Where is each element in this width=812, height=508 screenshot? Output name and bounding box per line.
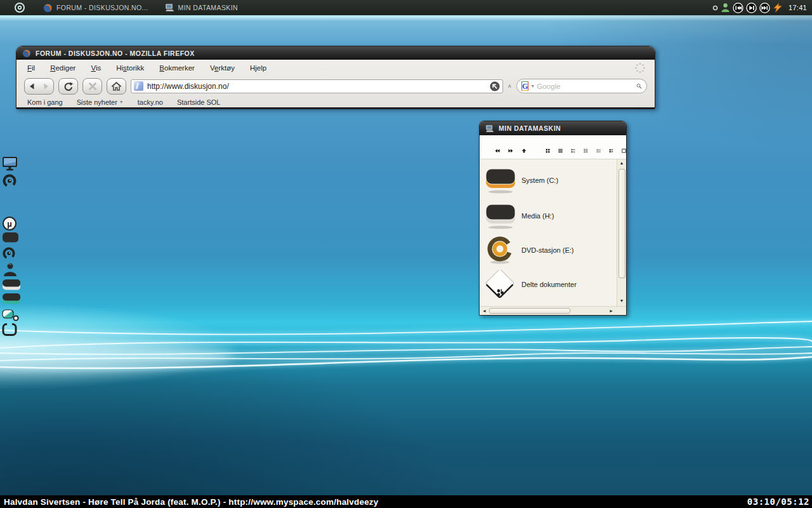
bookmark-tacky-no[interactable]: tacky.no [138, 98, 163, 106]
firefox-icon [43, 3, 53, 13]
bookmark-siste-nyheter[interactable]: Siste nyheter▼ [77, 98, 124, 106]
horizontal-scrollbar-thumb[interactable] [489, 308, 570, 314]
home-button[interactable] [107, 78, 126, 95]
desktop-icon-harddrive[interactable] [2, 231, 20, 248]
desktop-icon-user[interactable] [2, 262, 20, 278]
view-thumbnails-button[interactable] [622, 147, 626, 155]
start-button[interactable] [13, 1, 27, 15]
search-icon[interactable] [636, 81, 642, 91]
search-engine-dropdown-icon[interactable]: ▼ [530, 84, 535, 88]
system-tray: 17:41 [712, 3, 812, 13]
harddrive-white-stripe-icon [485, 202, 516, 230]
menu-historikk[interactable]: Historikk [116, 64, 144, 72]
search-box[interactable]: G ▼ [516, 79, 647, 93]
computer-icon [485, 124, 494, 133]
my-computer-window-title: MIN DATAMASKIN [499, 124, 561, 132]
reload-button[interactable] [58, 78, 78, 95]
go-button[interactable] [490, 81, 500, 91]
scroll-up-icon[interactable]: ▲ [620, 159, 624, 167]
firefox-navigation-toolbar: ˄ G ▼ [16, 76, 655, 97]
bookmark-kom-i-gang[interactable]: Kom i gang [27, 98, 63, 106]
drive-item-system-c[interactable]: System (C:) [485, 163, 612, 197]
throbber-icon [634, 62, 646, 74]
winamp-lightning-icon[interactable] [773, 3, 783, 13]
svg-text:µ: µ [7, 219, 12, 229]
view-details-button[interactable] [596, 147, 601, 155]
desktop-icon-display[interactable] [2, 156, 20, 173]
firefox-window: FORUM - DISKUSJON.NO - MOZILLA FIREFOX F… [16, 46, 655, 109]
bookmark-startside-sol[interactable]: Startside SOL [177, 98, 220, 106]
site-favicon [134, 81, 143, 91]
url-bar[interactable] [131, 79, 503, 93]
firefox-icon [22, 49, 31, 58]
back-button[interactable] [27, 82, 36, 91]
url-input[interactable] [147, 82, 486, 91]
taskbar-item-label: MIN DATAMASKIN [178, 4, 238, 11]
firefox-menubar: Fil Rediger Vis Historikk Bokmerker Verk… [16, 60, 655, 76]
view-tiles-button[interactable] [609, 147, 613, 155]
desktop-icon-harddrive-teal-stripe[interactable] [2, 292, 20, 309]
scroll-down-icon[interactable]: ▼ [620, 297, 624, 305]
menu-hjelp[interactable]: Hjelp [250, 64, 266, 72]
taskbar-item-my-computer[interactable]: MIN DATAMASKIN [165, 0, 238, 15]
desktop-icon-media-swirl[interactable] [2, 173, 20, 190]
menu-rediger[interactable]: Rediger [50, 64, 75, 72]
desktop-icon-open-box[interactable] [2, 322, 20, 338]
shared-documents-icon [485, 270, 516, 299]
dropdown-arrow-icon: ▼ [119, 100, 124, 104]
search-input[interactable] [537, 83, 634, 90]
firefox-bookmarks-toolbar: Kom i gang Siste nyheter▼ tacky.no Start… [16, 97, 655, 107]
menu-fil[interactable]: Fil [27, 64, 35, 72]
drive-label: DVD-stasjon (E:) [521, 246, 574, 254]
up-button[interactable] [521, 147, 527, 155]
taskbar-item-label: FORUM - DISKUSJON.NO... [56, 4, 148, 11]
drive-item-delte-dokumenter[interactable]: Delte dokumenter [485, 267, 612, 302]
explorer-toolbar [480, 135, 626, 159]
start-icon [14, 2, 25, 13]
taskbar: FORUM - DISKUSJON.NO... MIN DATAMASKIN 1… [0, 0, 812, 15]
harddrive-orange-stripe-icon [485, 166, 516, 194]
drive-item-media-h[interactable]: Media (H:) [485, 199, 612, 233]
drive-label: Media (H:) [521, 212, 554, 220]
wallpaper-light-streaks [0, 318, 812, 387]
google-logo-icon: G [521, 81, 528, 91]
vertical-scrollbar[interactable]: ▲ ▼ [617, 159, 626, 306]
desktop-icon-media-swirl-2[interactable] [2, 246, 20, 263]
view-icons-text-button[interactable] [571, 147, 575, 155]
reload-icon [63, 81, 74, 91]
menu-vis[interactable]: Vis [91, 64, 101, 72]
drive-label: System (C:) [521, 177, 558, 184]
status-ring-icon[interactable] [712, 5, 718, 11]
media-previous-icon[interactable] [733, 3, 743, 13]
computer-icon [165, 3, 174, 12]
menu-bokmerker[interactable]: Bokmerker [159, 64, 195, 72]
forward-button[interactable] [508, 147, 513, 155]
toolbar-collapse-icon[interactable]: ˄ [508, 83, 511, 90]
horizontal-scrollbar[interactable]: ◄ ► [480, 306, 626, 315]
scroll-left-icon[interactable]: ◄ [482, 309, 487, 313]
vertical-scrollbar-thumb[interactable] [619, 169, 625, 278]
now-playing-bar: Halvdan Sivertsen - Høre Tell På Jorda (… [0, 495, 812, 508]
drive-item-dvd-e[interactable]: DVD-stasjon (E:) [485, 233, 612, 267]
scroll-right-icon[interactable]: ► [609, 309, 613, 313]
now-playing-time: 03:10/05:12 [747, 497, 812, 507]
firefox-window-title: FORUM - DISKUSJON.NO - MOZILLA FIREFOX [36, 50, 195, 57]
forward-button[interactable] [42, 82, 51, 91]
view-large-icons-button[interactable] [546, 147, 550, 155]
taskbar-clock: 17:41 [789, 4, 807, 11]
view-small-grid-button[interactable] [558, 147, 563, 155]
my-computer-titlebar[interactable]: MIN DATAMASKIN [480, 121, 626, 135]
my-computer-window: MIN DATAMASKIN System (C:) [479, 121, 627, 316]
taskbar-item-firefox[interactable]: FORUM - DISKUSJON.NO... [43, 0, 148, 15]
firefox-window-bottom-edge [16, 107, 655, 109]
home-icon [111, 81, 122, 91]
back-button[interactable] [495, 147, 500, 155]
menu-verktoy[interactable]: Verktøy [210, 64, 235, 72]
media-next-icon[interactable] [759, 3, 770, 13]
desktop-icon-utorrent[interactable]: µ [2, 216, 20, 232]
messenger-contact-icon[interactable] [721, 3, 730, 13]
stop-button[interactable] [82, 78, 102, 95]
firefox-titlebar[interactable]: FORUM - DISKUSJON.NO - MOZILLA FIREFOX [16, 46, 655, 60]
view-list-button[interactable] [584, 147, 588, 155]
media-playpause-icon[interactable] [746, 3, 757, 13]
